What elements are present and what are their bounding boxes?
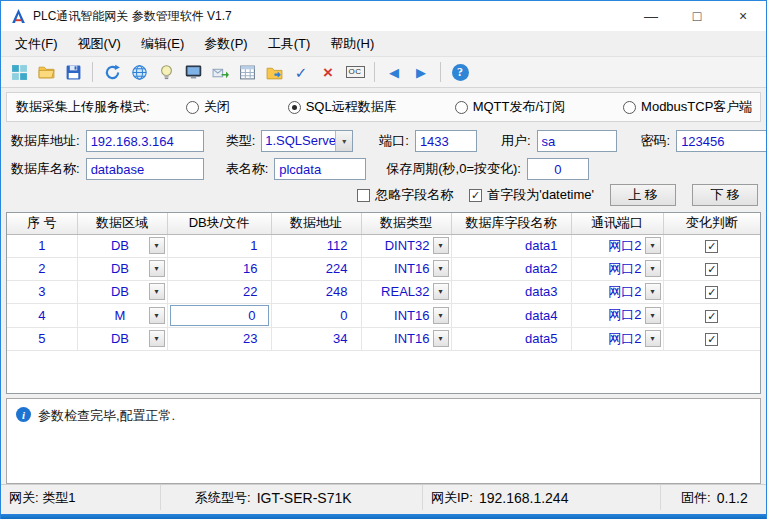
chevron-down-icon[interactable]: ▾ xyxy=(645,260,661,277)
change-checkbox[interactable]: ✓ xyxy=(705,263,718,276)
area-combo[interactable]: DB▾ xyxy=(78,328,167,350)
area-combo[interactable]: DB▾ xyxy=(78,235,167,257)
menu-params[interactable]: 参数(P) xyxy=(194,31,257,57)
mode-option-0[interactable]: 关闭 xyxy=(186,98,230,116)
cell-seq: 2 xyxy=(7,257,77,280)
first-field-checkbox[interactable]: ✓ xyxy=(469,189,482,202)
open-file-icon[interactable] xyxy=(34,60,58,84)
menu-help[interactable]: 帮助(H) xyxy=(320,31,384,57)
change-checkbox[interactable]: ✓ xyxy=(705,286,718,299)
data-table-icon[interactable] xyxy=(235,60,259,84)
cell-address[interactable]: 224 xyxy=(271,257,361,280)
cell-address[interactable]: 248 xyxy=(271,280,361,303)
app-window: PLC通讯智能网关 参数管理软件 V1.7 — □ × 文件(F) 视图(V) … xyxy=(0,0,767,519)
chevron-down-icon[interactable]: ▾ xyxy=(645,307,661,324)
cell-block[interactable]: 0 xyxy=(167,303,271,327)
chevron-down-icon[interactable]: ▾ xyxy=(433,283,449,300)
chevron-down-icon[interactable]: ▾ xyxy=(149,237,165,254)
cell-fieldname[interactable]: data4 xyxy=(451,303,571,327)
chevron-down-icon[interactable]: ▾ xyxy=(149,260,165,277)
move-down-button[interactable]: 下 移 xyxy=(692,184,758,206)
cell-address[interactable]: 34 xyxy=(271,327,361,350)
db-address-input[interactable] xyxy=(86,130,204,152)
table-name-input[interactable] xyxy=(274,158,366,180)
chevron-down-icon[interactable]: ▾ xyxy=(645,283,661,300)
db-name-input[interactable] xyxy=(86,158,204,180)
refresh-icon[interactable] xyxy=(100,60,124,84)
minimize-button[interactable]: — xyxy=(628,1,674,31)
col-datatype: 数据类型 xyxy=(361,213,451,234)
help-icon[interactable]: ? xyxy=(448,60,472,84)
send-upload-icon[interactable] xyxy=(208,60,232,84)
first-field-label: 首字段为'datetime' xyxy=(487,186,594,204)
mode-option-2[interactable]: MQTT发布/订阅 xyxy=(455,98,565,116)
lamp-icon[interactable] xyxy=(154,60,178,84)
mode-option-3[interactable]: ModbusTCP客户端 xyxy=(623,98,752,116)
chevron-down-icon[interactable]: ▾ xyxy=(149,307,165,324)
cell-block[interactable]: 23 xyxy=(167,327,271,350)
port-combo[interactable]: 网口2▾ xyxy=(572,258,663,280)
cell-fieldname[interactable]: data5 xyxy=(451,327,571,350)
close-button[interactable]: × xyxy=(720,1,766,31)
grid-body: 1DB▾1112DINT32▾data1网口2▾✓2DB▾16224INT16▾… xyxy=(7,234,760,350)
cell-block[interactable]: 22 xyxy=(167,280,271,303)
datatype-combo[interactable]: REAL32▾ xyxy=(362,281,451,303)
db-password-input[interactable] xyxy=(676,130,767,152)
change-checkbox[interactable]: ✓ xyxy=(705,240,718,253)
db-type-combo[interactable]: 1.SQLServe ▾ xyxy=(261,130,353,152)
cell-address[interactable]: 0 xyxy=(271,303,361,327)
port-combo[interactable]: 网口2▾ xyxy=(572,235,663,257)
first-field-option[interactable]: ✓ 首字段为'datetime' xyxy=(469,186,594,204)
mode-option-1[interactable]: SQL远程数据库 xyxy=(288,98,397,116)
chevron-down-icon[interactable]: ▾ xyxy=(645,330,661,347)
cell-block[interactable]: 1 xyxy=(167,234,271,257)
change-checkbox[interactable]: ✓ xyxy=(705,333,718,346)
port-combo[interactable]: 网口2▾ xyxy=(572,328,663,350)
network-globe-icon[interactable] xyxy=(127,60,151,84)
db-port-input[interactable] xyxy=(415,130,477,152)
cell-block[interactable]: 16 xyxy=(167,257,271,280)
chevron-down-icon[interactable]: ▾ xyxy=(149,283,165,300)
apply-check-icon[interactable]: ✓ xyxy=(289,60,313,84)
datatype-combo[interactable]: DINT32▾ xyxy=(362,235,451,257)
datatype-combo[interactable]: INT16▾ xyxy=(362,258,451,280)
datatype-combo[interactable]: INT16▾ xyxy=(362,328,451,350)
cell-fieldname[interactable]: data3 xyxy=(451,280,571,303)
ignore-fields-option[interactable]: ✓ 忽略字段名称 xyxy=(357,186,453,204)
ignore-fields-checkbox[interactable]: ✓ xyxy=(357,189,370,202)
new-config-icon[interactable] xyxy=(7,60,31,84)
chevron-down-icon[interactable]: ▾ xyxy=(433,307,449,324)
monitor-view-icon[interactable] xyxy=(181,60,205,84)
menu-file[interactable]: 文件(F) xyxy=(5,31,68,57)
chevron-down-icon[interactable]: ▾ xyxy=(433,330,449,347)
nav-next-icon[interactable]: ▶ xyxy=(409,60,433,84)
port-combo[interactable]: 网口2▾ xyxy=(572,304,663,327)
export-folder-icon[interactable] xyxy=(262,60,286,84)
move-up-button[interactable]: 上 移 xyxy=(610,184,676,206)
area-combo[interactable]: DB▾ xyxy=(78,281,167,303)
area-combo[interactable]: DB▾ xyxy=(78,258,167,280)
chevron-down-icon[interactable]: ▾ xyxy=(433,260,449,277)
area-value: DB xyxy=(78,331,149,346)
menu-edit[interactable]: 编辑(E) xyxy=(131,31,194,57)
chevron-down-icon[interactable]: ▾ xyxy=(335,131,352,151)
area-combo[interactable]: M▾ xyxy=(78,304,167,327)
cell-fieldname[interactable]: data2 xyxy=(451,257,571,280)
save-icon[interactable] xyxy=(61,60,85,84)
chevron-down-icon[interactable]: ▾ xyxy=(149,330,165,347)
port-combo[interactable]: 网口2▾ xyxy=(572,281,663,303)
cell-fieldname[interactable]: data1 xyxy=(451,234,571,257)
menu-view[interactable]: 视图(V) xyxy=(68,31,131,57)
cancel-cross-icon[interactable]: × xyxy=(316,60,340,84)
chevron-down-icon[interactable]: ▾ xyxy=(645,237,661,254)
menu-tools[interactable]: 工具(T) xyxy=(258,31,321,57)
save-period-input[interactable] xyxy=(527,158,589,180)
oc-mode-icon[interactable]: OC xyxy=(343,60,367,84)
datatype-combo[interactable]: INT16▾ xyxy=(362,304,451,327)
db-user-input[interactable] xyxy=(537,130,617,152)
change-checkbox[interactable]: ✓ xyxy=(705,310,718,323)
cell-address[interactable]: 112 xyxy=(271,234,361,257)
chevron-down-icon[interactable]: ▾ xyxy=(433,237,449,254)
maximize-button[interactable]: □ xyxy=(674,1,720,31)
nav-prev-icon[interactable]: ◀ xyxy=(382,60,406,84)
